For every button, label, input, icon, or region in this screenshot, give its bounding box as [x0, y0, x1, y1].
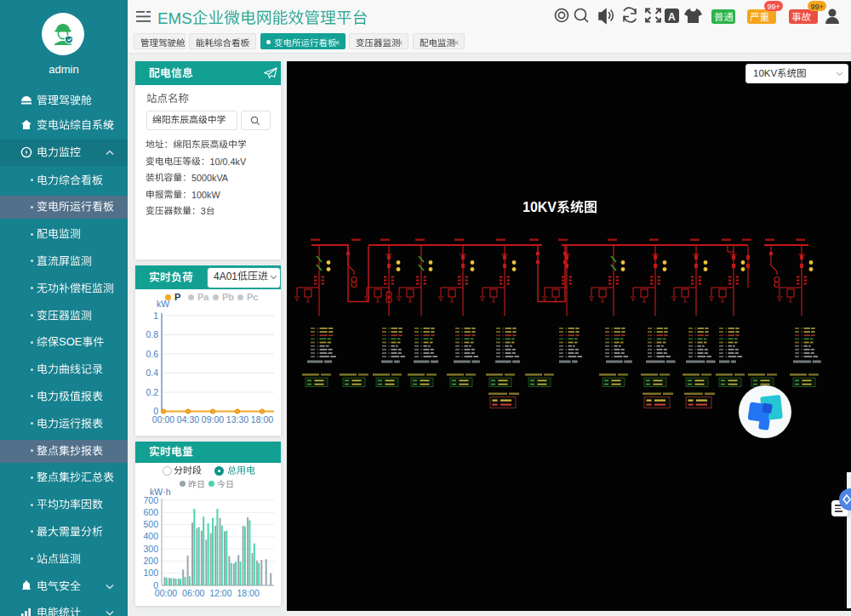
- svg-text:99+: 99+: [811, 3, 824, 11]
- svg-text:18:00: 18:00: [251, 414, 273, 425]
- svg-text:0.4: 0.4: [146, 368, 158, 378]
- svg-text:100: 100: [143, 568, 158, 578]
- svg-text:200: 200: [143, 556, 158, 566]
- svg-text:5000kVA: 5000kVA: [191, 173, 229, 183]
- svg-text:SOE: SOE: [59, 336, 83, 348]
- svg-text:0.2: 0.2: [146, 387, 158, 397]
- svg-text:09:00: 09:00: [202, 414, 224, 425]
- svg-text:700: 700: [143, 495, 158, 505]
- svg-text:300: 300: [143, 544, 158, 554]
- svg-text:00:00: 00:00: [155, 588, 177, 598]
- svg-text:04:30: 04:30: [177, 414, 199, 425]
- svg-text:400: 400: [143, 531, 158, 541]
- svg-text:0.6: 0.6: [146, 349, 158, 359]
- svg-text:13:30: 13:30: [226, 414, 248, 425]
- svg-text:100kW: 100kW: [191, 190, 220, 200]
- svg-text:3: 3: [201, 206, 206, 216]
- svg-text:18:00: 18:00: [237, 588, 259, 598]
- svg-text:EMS: EMS: [157, 9, 192, 27]
- svg-text:500: 500: [143, 519, 158, 529]
- svg-text:600: 600: [143, 507, 158, 517]
- svg-text:A: A: [668, 11, 676, 23]
- svg-text:1: 1: [153, 311, 158, 321]
- svg-text:99+: 99+: [768, 3, 780, 11]
- svg-text:4A01: 4A01: [214, 271, 237, 282]
- svg-text:06:00: 06:00: [182, 588, 204, 598]
- svg-text:12:00: 12:00: [209, 588, 231, 598]
- svg-text:00:00: 00:00: [152, 414, 174, 425]
- svg-text:10/0.4kV: 10/0.4kV: [210, 157, 247, 167]
- svg-text:0.8: 0.8: [146, 329, 158, 339]
